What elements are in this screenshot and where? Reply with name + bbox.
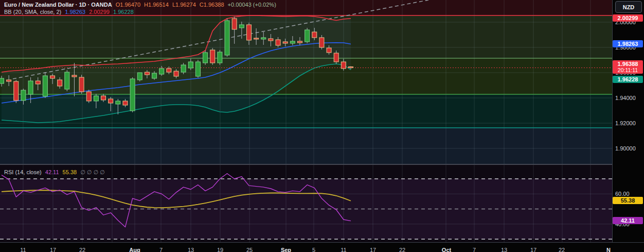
bb-label: BB (20, SMA, close, 2) bbox=[4, 9, 61, 15]
candle-body bbox=[225, 21, 229, 55]
time-axis-label: 13 bbox=[188, 247, 194, 252]
time-axis-label: 17 bbox=[370, 247, 376, 252]
time-axis-label: 17 bbox=[530, 247, 536, 252]
time-axis-label: 11 bbox=[341, 247, 346, 252]
candle-body bbox=[50, 76, 55, 78]
rsi-badge: 42.11 bbox=[613, 217, 643, 224]
ohlc-change: +0.00043 (+0.02%) bbox=[228, 2, 276, 8]
rsi-value: 42.11 bbox=[45, 169, 59, 175]
candle-body bbox=[239, 25, 244, 28]
time-axis-label: 11 bbox=[20, 247, 26, 252]
bar-countdown: 20:11:11 bbox=[613, 67, 643, 73]
candle-body bbox=[159, 69, 164, 74]
candle-body bbox=[137, 73, 142, 80]
price-axis-border bbox=[612, 0, 613, 242]
bb-upper-value: 2.00299 bbox=[89, 9, 110, 15]
bb-legend-row[interactable]: BB (20, SMA, close, 2) 1.98263 2.00299 1… bbox=[4, 9, 136, 15]
candle-body bbox=[232, 19, 237, 29]
candle-body bbox=[290, 41, 295, 43]
price-badge: 1.9638820:11:11 bbox=[613, 60, 643, 74]
candle-body bbox=[123, 101, 128, 105]
candle-body bbox=[181, 65, 186, 72]
time-axis-label: Aug bbox=[129, 247, 140, 252]
candle-body bbox=[327, 48, 331, 53]
candle-body bbox=[203, 53, 208, 63]
candle-body bbox=[58, 80, 62, 86]
time-axis-label: 22 bbox=[559, 247, 565, 252]
candle-body bbox=[43, 76, 47, 96]
candle-body bbox=[334, 53, 338, 62]
candle-body bbox=[261, 38, 266, 39]
price-badge: 1.96228 bbox=[613, 76, 643, 83]
price-axis-label: 1.92000 bbox=[615, 120, 642, 126]
candle-body bbox=[130, 79, 135, 111]
time-axis-label: Sep bbox=[281, 247, 291, 252]
candle-body bbox=[319, 38, 324, 47]
ohlc-low: L1.96274 bbox=[172, 2, 196, 8]
rsi-pane[interactable] bbox=[0, 165, 612, 242]
candle-body bbox=[7, 80, 11, 81]
candle-body bbox=[145, 72, 149, 75]
time-axis-label: N bbox=[606, 247, 611, 252]
bb-basis-value: 1.98263 bbox=[65, 9, 85, 15]
time-axis-label: 7 bbox=[473, 247, 476, 252]
time-axis-label: 17 bbox=[50, 247, 56, 252]
candle-body bbox=[341, 62, 346, 69]
candle-body bbox=[109, 99, 113, 103]
candle-body bbox=[14, 81, 19, 100]
time-axis-label: Oct bbox=[442, 247, 451, 252]
candle-body bbox=[65, 72, 69, 89]
candle-body bbox=[174, 71, 178, 76]
candle-body bbox=[283, 42, 288, 43]
candle-body bbox=[28, 81, 33, 94]
rsi-empty-values: ∅ ∅ ∅ ∅ bbox=[80, 169, 105, 175]
rsi-ma-value: 55.38 bbox=[63, 169, 77, 175]
time-axis-label: 22 bbox=[399, 247, 405, 252]
candle-body bbox=[312, 32, 317, 38]
candle-body bbox=[0, 78, 4, 83]
time-axis-label: 13 bbox=[501, 247, 507, 252]
price-badge: 1.98263 bbox=[613, 40, 643, 47]
rsi-legend-row[interactable]: RSI (14, close) 42.11 55.38 ∅ ∅ ∅ ∅ bbox=[4, 169, 107, 176]
candle-body bbox=[305, 30, 310, 42]
ohlc-high: H1.96514 bbox=[144, 2, 169, 8]
candle-body bbox=[21, 90, 26, 100]
price-axis-label: 1.90000 bbox=[615, 145, 642, 152]
candle-body bbox=[276, 40, 280, 45]
price-zone bbox=[0, 128, 612, 164]
time-axis-area[interactable] bbox=[0, 242, 644, 252]
time-axis-label: 22 bbox=[79, 247, 85, 252]
candle-body bbox=[297, 41, 302, 43]
currency-toggle-button[interactable]: NZD bbox=[615, 1, 642, 13]
candle-body bbox=[116, 101, 120, 104]
candle-body bbox=[254, 38, 259, 39]
price-axis-label: 1.94000 bbox=[615, 95, 642, 101]
time-axis-label: 5 bbox=[312, 247, 315, 252]
rsi-label: RSI (14, close) bbox=[4, 169, 42, 175]
pane-separator[interactable] bbox=[0, 164, 644, 165]
candle-body bbox=[210, 50, 215, 63]
bb-lower-value: 1.96228 bbox=[113, 9, 134, 15]
candle-body bbox=[167, 69, 171, 72]
price-badge: 2.00299 bbox=[613, 14, 643, 22]
candle-body bbox=[195, 62, 200, 76]
rsi-badge: 55.38 bbox=[613, 197, 643, 204]
tradingview-chart-window: Euro / New Zealand Dollar · 1D · OANDA O… bbox=[0, 0, 644, 252]
candle-body bbox=[72, 75, 77, 77]
candle-body bbox=[188, 62, 193, 68]
time-axis-label: 19 bbox=[217, 247, 223, 252]
symbol-legend-row[interactable]: Euro / New Zealand Dollar · 1D · OANDA O… bbox=[4, 2, 278, 8]
time-axis-label: 7 bbox=[159, 247, 163, 252]
candle-body bbox=[35, 81, 40, 84]
main-price-pane[interactable] bbox=[0, 0, 612, 164]
ohlc-close: C1.96388 bbox=[200, 2, 224, 8]
rsi-axis-label: 60.00 bbox=[615, 191, 642, 197]
candle-body bbox=[218, 52, 222, 63]
time-axis-border bbox=[0, 242, 644, 243]
candle-body bbox=[94, 96, 98, 101]
candle-body bbox=[79, 77, 84, 92]
candle-body bbox=[101, 96, 106, 100]
symbol-title: Euro / New Zealand Dollar · 1D · OANDA bbox=[4, 2, 112, 8]
ohlc-open: O1.96470 bbox=[116, 2, 140, 8]
candle-body bbox=[269, 39, 273, 41]
